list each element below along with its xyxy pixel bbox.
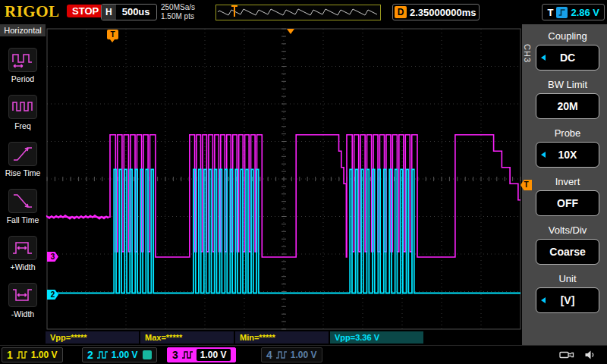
menu-item-title: Invert [536, 176, 599, 188]
measure-item-label: +Width [11, 262, 36, 271]
sample-rate: 250MSa/s [161, 3, 195, 12]
measure-item-fall-time[interactable]: Fall Time [0, 189, 46, 224]
freq-icon [8, 95, 37, 119]
softkey-menu: CH3 Coupling DC BW Limit 20M Probe 10X I… [522, 24, 607, 345]
top-status-bar: RIGOL STOP H 500us 250MSa/s 1.50M pts D … [0, 0, 607, 24]
left-arrow-icon [541, 152, 546, 158]
menu-item-value[interactable]: [V] [536, 287, 599, 313]
menu-value-text: Coarse [549, 246, 585, 258]
menu-item-title: Probe [536, 127, 599, 140]
measure-item-label: Freq [14, 121, 31, 130]
center-axis-ticks [47, 29, 521, 329]
menu-item-unit[interactable]: Unit [V] [536, 273, 599, 313]
h-label: H [102, 5, 116, 20]
channel-scale: 1.00 V [197, 349, 231, 361]
menu-item-coupling[interactable]: Coupling DC [536, 30, 599, 71]
menu-item-title: BW Limit [536, 79, 599, 91]
measurement-vpp-ch1[interactable]: Vpp=***** [46, 331, 139, 344]
horizontal-timebase-group[interactable]: H 500us [101, 4, 157, 20]
coupling-icon [96, 350, 109, 359]
menu-value-text: 10X [558, 149, 577, 161]
measure-item-freq[interactable]: Freq [0, 95, 46, 130]
channel-number: 4 [266, 349, 272, 361]
menu-item-invert[interactable]: Invert OFF [536, 176, 599, 216]
measurement-vpp-ch2[interactable]: Vpp=3.36 V [330, 331, 423, 344]
measure-item-period[interactable]: Period [0, 48, 46, 83]
menu-value-text: DC [560, 52, 575, 64]
minus-width-icon [8, 283, 37, 307]
acquisition-info: 250MSa/s 1.50M pts [161, 3, 195, 21]
measure-item-label: Fall Time [7, 215, 39, 224]
menu-item-probe[interactable]: Probe 10X [536, 127, 599, 168]
speaker-icon[interactable] [584, 350, 596, 363]
measure-item-label: -Width [11, 309, 34, 318]
measure-item-label: Period [11, 74, 34, 83]
memory-waveform-preview[interactable] [215, 5, 381, 20]
menu-item-value[interactable]: Coarse [536, 239, 599, 265]
channel-scale: 1.00 V [31, 350, 58, 360]
left-arrow-icon [541, 297, 546, 303]
channel-number: 3 [172, 349, 178, 361]
menu-item-bw-limit[interactable]: BW Limit 20M [536, 79, 599, 119]
measure-sidebar: Horizontal Period Freq Rise Time Fall Ti… [0, 24, 46, 345]
measurement-max-ch1[interactable]: Max=***** [140, 331, 234, 344]
channel-scale: 1.00 V [112, 350, 138, 360]
channel-4-block[interactable]: 4 1.00 V [261, 347, 322, 362]
fall-time-icon [8, 189, 37, 213]
menu-item-title: Unit [536, 273, 599, 285]
trigger-level-value: 2.86 V [571, 7, 599, 18]
menu-item-title: Coupling [536, 30, 599, 42]
preview-waveform [216, 5, 379, 18]
run-state-badge[interactable]: STOP [67, 5, 104, 17]
delay-readout: D 2.35000000ms [392, 4, 480, 20]
rigol-logo: RIGOL [5, 2, 60, 21]
memory-depth: 1.50M pts [161, 12, 195, 21]
measure-item-neg-width[interactable]: -Width [0, 283, 46, 318]
menu-channel-tab: CH3 [523, 44, 532, 63]
measure-item-rise-time[interactable]: Rise Time [0, 142, 46, 177]
trigger-label: T [547, 7, 553, 18]
measurement-bar: Vpp=***** Max=***** Min=***** Vpp=3.36 V [46, 331, 522, 344]
channel-status-bar: 1 1.00 V 2 1.00 V 3 1.00 V 4 1.00 V [0, 345, 607, 364]
preview-trigger-marker[interactable] [231, 5, 237, 20]
menu-item-value[interactable]: OFF [536, 190, 599, 216]
delay-value: 2.35000000ms [410, 7, 476, 18]
measure-item-label: Rise Time [5, 168, 41, 177]
measurement-min-ch1[interactable]: Min=***** [235, 331, 329, 344]
rise-time-icon [8, 142, 37, 166]
trigger-slope-icon [556, 7, 568, 18]
coupling-icon [275, 350, 288, 359]
menu-item-title: Volts/Div [536, 224, 599, 237]
coupling-icon [181, 350, 193, 359]
menu-item-value[interactable]: 20M [536, 93, 599, 119]
measure-sidebar-title: Horizontal [0, 24, 46, 36]
menu-items: Coupling DC BW Limit 20M Probe 10X Inver… [536, 30, 599, 322]
center-position-icon [287, 29, 294, 34]
timebase-value: 500us [116, 5, 156, 20]
menu-item-value[interactable]: DC [536, 45, 599, 71]
channel-scale: 1.00 V [291, 350, 317, 360]
waveform-display [46, 24, 522, 331]
channel-1-block[interactable]: 1 1.00 V [2, 347, 63, 362]
channel-number: 1 [7, 349, 13, 361]
measure-item-pos-width[interactable]: +Width [0, 236, 46, 271]
trigger-readout: T 2.86 V [542, 4, 605, 20]
channel-number: 2 [87, 349, 93, 361]
graticule-area: T 3 2 [46, 24, 522, 331]
plus-width-icon [8, 236, 37, 260]
channel-3-block[interactable]: 3 1.00 V [167, 347, 236, 362]
menu-value-text: OFF [557, 197, 578, 209]
period-icon [8, 48, 37, 72]
menu-item-volts-div[interactable]: Volts/Div Coarse [536, 224, 599, 265]
channel-2-block[interactable]: 2 1.00 V [82, 347, 157, 362]
menu-value-text: 20M [557, 100, 577, 112]
preview-trace [218, 9, 377, 15]
ch2-badge-icon [143, 350, 152, 359]
menu-item-value[interactable]: 10X [536, 142, 599, 168]
coupling-icon [16, 350, 28, 359]
menu-value-text: [V] [561, 294, 575, 306]
usb-icon [559, 350, 574, 363]
delay-badge: D [395, 6, 407, 18]
trigger-position-flag[interactable]: T [107, 30, 118, 39]
left-arrow-icon [541, 55, 546, 61]
